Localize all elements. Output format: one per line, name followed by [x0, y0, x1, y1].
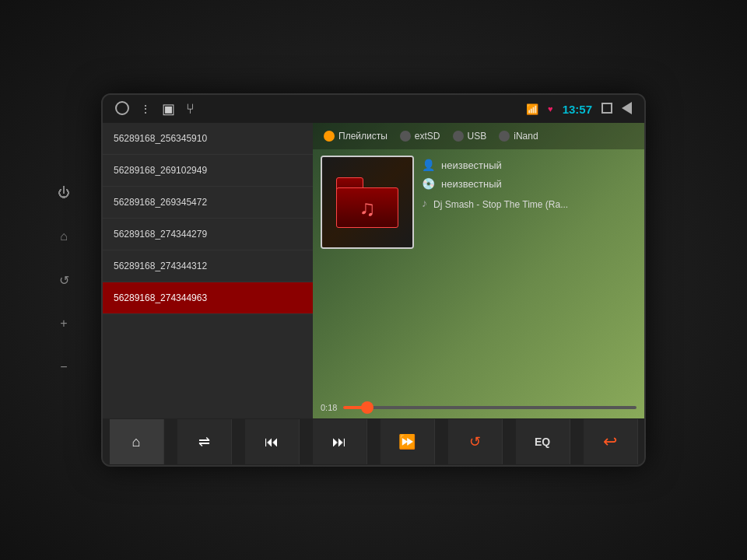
track-info: 👤 неизвестный 💿 неизвестный ♪ Dj Smash -…: [422, 156, 637, 392]
playlist-item-1[interactable]: 56289168_269102949: [103, 155, 313, 187]
tab-usb[interactable]: USB: [450, 129, 490, 143]
playlists-dot: [324, 131, 335, 142]
playlist-panel: 56289168_256345910 56289168_269102949 56…: [103, 123, 313, 418]
eq-button[interactable]: EQ: [516, 419, 570, 464]
plus-button[interactable]: +: [53, 313, 75, 334]
side-controls: ⏻ ⌂ ↺ + −: [53, 182, 75, 378]
playlist-item-3[interactable]: 56289168_274344279: [103, 219, 313, 250]
note-icon: ♪: [422, 197, 427, 209]
heart-icon: ♥: [548, 104, 553, 114]
current-time: 0:18: [321, 403, 337, 412]
song-title: Dj Smash - Stop The Time (Ra...: [433, 199, 568, 210]
status-time: 13:57: [563, 103, 592, 116]
tab-extsd[interactable]: extSD: [397, 129, 444, 143]
back-button[interactable]: ↩: [584, 419, 638, 464]
main-content: 56289168_256345910 56289168_269102949 56…: [103, 123, 644, 418]
power-button[interactable]: ⏻: [53, 182, 75, 204]
square-icon: [601, 103, 612, 116]
inand-label: iNand: [514, 131, 538, 142]
usb-icon: ⑂: [186, 101, 195, 117]
menu-icon: ⋮: [140, 103, 151, 115]
playlist-item-5[interactable]: 56289168_274344963: [103, 282, 313, 314]
bluetooth-icon: 📶: [526, 103, 538, 115]
tab-inand[interactable]: iNand: [496, 129, 541, 143]
status-right-icons: 📶 ♥ 13:57: [526, 102, 632, 117]
usb-dot: [453, 131, 464, 142]
artist-row: 👤 неизвестный: [422, 159, 637, 171]
home-side-button[interactable]: ⌂: [53, 226, 75, 247]
extsd-dot: [400, 131, 411, 142]
album-text: неизвестный: [441, 178, 502, 190]
sdcard-icon: ▣: [162, 100, 175, 117]
music-note-icon: ♫: [359, 196, 376, 221]
main-screen: ⋮ ▣ ⑂ 📶 ♥ 13:57 56289168_25634: [101, 93, 646, 467]
home-button[interactable]: ⌂: [110, 419, 164, 464]
progress-bar-container: 0:18: [321, 403, 637, 412]
album-art: ♫: [321, 156, 414, 249]
next-button[interactable]: ⏩: [381, 419, 435, 464]
usb-label: USB: [468, 131, 487, 142]
progress-thumb[interactable]: [361, 401, 374, 414]
source-tabs: Плейлисты extSD USB iNand: [313, 123, 644, 149]
music-folder-icon: ♫: [336, 177, 398, 228]
extsd-label: extSD: [415, 131, 440, 142]
progress-track[interactable]: [343, 406, 637, 409]
circle-icon: [115, 101, 129, 117]
back-nav-icon: [622, 102, 632, 117]
back-side-button[interactable]: ↺: [53, 269, 75, 291]
repeat-button[interactable]: ↺: [448, 419, 503, 464]
album-icon: 💿: [422, 177, 435, 190]
album-row: 💿 неизвестный: [422, 177, 637, 190]
prev-button[interactable]: ⏮: [245, 419, 300, 464]
progress-section: 0:18: [313, 398, 644, 418]
minus-button[interactable]: −: [53, 356, 75, 378]
player-content: ♫ 👤 неизвестный 💿 неизве: [313, 149, 644, 398]
player-panel: Плейлисты extSD USB iNand: [313, 123, 644, 418]
title-row: ♪ Dj Smash - Stop The Time (Ra...: [422, 196, 637, 210]
artist-icon: 👤: [422, 159, 435, 171]
bottom-controls: ⌂ ⇌ ⏮ ⏭ ⏩ ↺ EQ ↩: [103, 418, 644, 465]
playlist-item-2[interactable]: 56289168_269345472: [103, 187, 313, 219]
playlist-item-4[interactable]: 56289168_274344312: [103, 250, 313, 282]
album-art-inner: ♫: [322, 157, 412, 247]
car-background: ⏻ ⌂ ↺ + − ⋮ ▣ ⑂ 📶 ♥ 13:57: [0, 0, 747, 560]
tab-playlists[interactable]: Плейлисты: [321, 129, 391, 143]
playlist-item-0[interactable]: 56289168_256345910: [103, 123, 313, 155]
playlists-label: Плейлисты: [338, 131, 388, 142]
inand-dot: [499, 131, 510, 142]
status-bar: ⋮ ▣ ⑂ 📶 ♥ 13:57: [103, 95, 644, 123]
artist-text: неизвестный: [441, 159, 502, 171]
status-left-icons: ⋮ ▣ ⑂: [115, 100, 195, 117]
play-pause-button[interactable]: ⏭: [313, 419, 367, 464]
shuffle-button[interactable]: ⇌: [177, 419, 232, 464]
